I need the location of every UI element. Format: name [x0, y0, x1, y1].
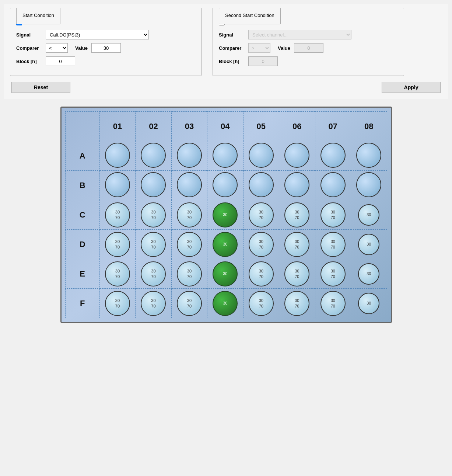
well-A01[interactable] — [99, 141, 135, 171]
comparer-label-2: Comparer — [219, 45, 248, 51]
well-A06[interactable] — [279, 141, 315, 171]
well-B04[interactable] — [207, 171, 243, 200]
well-B02[interactable] — [136, 171, 171, 200]
well-B06[interactable] — [279, 171, 315, 200]
row-C: C 3070 3070 3070 30 3070 3070 3070 30 — [65, 200, 387, 230]
well-C03[interactable]: 3070 — [171, 200, 207, 230]
well-B05[interactable] — [243, 171, 279, 200]
well-B07[interactable] — [315, 171, 351, 200]
signal-row-2: Signal Select channel... — [219, 30, 398, 39]
col-header-06: 06 — [279, 112, 315, 141]
col-header-07: 07 — [315, 112, 351, 141]
col-header-03: 03 — [171, 112, 207, 141]
well-D05[interactable]: 3070 — [243, 230, 279, 259]
well-C04[interactable]: 30 — [207, 200, 243, 230]
value-label-2: Value — [278, 45, 290, 51]
col-header-04: 04 — [207, 112, 243, 141]
well-E02[interactable]: 3070 — [136, 259, 171, 289]
well-E08[interactable]: 30 — [351, 259, 387, 289]
value-input-2 — [294, 43, 323, 53]
well-C01[interactable]: 3070 — [99, 200, 135, 230]
well-B01[interactable] — [99, 171, 135, 200]
well-D07[interactable]: 3070 — [315, 230, 351, 259]
col-header-02: 02 — [136, 112, 171, 141]
row-E: E 3070 3070 3070 30 3070 3070 3070 30 — [65, 259, 387, 289]
apply-button[interactable]: Apply — [382, 82, 441, 93]
block-input-1[interactable] — [46, 56, 75, 66]
block-input-2 — [248, 56, 278, 66]
well-D04[interactable]: 30 — [207, 230, 243, 259]
row-B: B — [65, 171, 387, 200]
well-F03[interactable]: 3070 — [171, 289, 207, 318]
row-F: F 3070 3070 3070 30 3070 3070 3070 30 — [65, 289, 387, 318]
well-E07[interactable]: 3070 — [315, 259, 351, 289]
well-E04[interactable]: 30 — [207, 259, 243, 289]
well-D06[interactable]: 3070 — [279, 230, 315, 259]
block-row-2: Block [h] — [219, 56, 398, 66]
well-F02[interactable]: 3070 — [136, 289, 171, 318]
well-E01[interactable]: 3070 — [99, 259, 135, 289]
well-C06[interactable]: 3070 — [279, 200, 315, 230]
row-header-B: B — [65, 171, 99, 200]
value-input-1[interactable] — [91, 43, 121, 53]
row-header-F: F — [65, 289, 99, 318]
well-C07[interactable]: 3070 — [315, 200, 351, 230]
row-header-E: E — [65, 259, 99, 289]
block-row-1: Block [h] — [16, 56, 195, 66]
well-B03[interactable] — [171, 171, 207, 200]
well-F06[interactable]: 3070 — [279, 289, 315, 318]
reset-button[interactable]: Reset — [11, 82, 70, 93]
block-label-1: Block [h] — [16, 59, 46, 64]
block-label-2: Block [h] — [219, 59, 248, 64]
row-header-A: A — [65, 141, 99, 171]
well-F05[interactable]: 3070 — [243, 289, 279, 318]
col-header-08: 08 — [351, 112, 387, 141]
row-D: D 3070 3070 3070 30 3070 3070 3070 30 — [65, 230, 387, 259]
well-A03[interactable] — [171, 141, 207, 171]
well-D08[interactable]: 30 — [351, 230, 387, 259]
conditions-row: Start Condition On/Off Signal Cali.DO(PS… — [10, 8, 442, 76]
well-B08[interactable] — [351, 171, 387, 200]
value-label-1: Value — [75, 45, 88, 51]
comparer-row-2: Comparer > < = Value — [219, 43, 398, 53]
signal-select-2: Select channel... — [248, 30, 351, 39]
well-plate-grid: 01 02 03 04 05 06 07 08 A B — [65, 111, 387, 318]
well-D02[interactable]: 3070 — [136, 230, 171, 259]
top-panel: Start Condition On/Off Signal Cali.DO(PS… — [4, 4, 448, 99]
comparer-label-1: Comparer — [16, 45, 46, 51]
well-F04[interactable]: 30 — [207, 289, 243, 318]
well-A04[interactable] — [207, 141, 243, 171]
well-F08[interactable]: 30 — [351, 289, 387, 318]
well-C02[interactable]: 3070 — [136, 200, 171, 230]
well-F01[interactable]: 3070 — [99, 289, 135, 318]
well-A02[interactable] — [136, 141, 171, 171]
well-E03[interactable]: 3070 — [171, 259, 207, 289]
signal-select-1[interactable]: Cali.DO(PSt3) — [46, 30, 149, 39]
second-start-condition-group: Second Start Condition On/Off Signal Sel… — [213, 8, 404, 76]
well-E06[interactable]: 3070 — [279, 259, 315, 289]
well-D03[interactable]: 3070 — [171, 230, 207, 259]
well-D01[interactable]: 3070 — [99, 230, 135, 259]
col-header-05: 05 — [243, 112, 279, 141]
well-E05[interactable]: 3070 — [243, 259, 279, 289]
buttons-row: Reset Apply — [10, 82, 442, 93]
signal-label-2: Signal — [219, 32, 248, 38]
well-F07[interactable]: 3070 — [315, 289, 351, 318]
grid-panel: 01 02 03 04 05 06 07 08 A B — [60, 107, 392, 323]
well-A08[interactable] — [351, 141, 387, 171]
comparer-row-1: Comparer < > = Value — [16, 43, 195, 53]
column-header-row: 01 02 03 04 05 06 07 08 — [65, 112, 387, 141]
comparer-select-1[interactable]: < > = — [46, 43, 68, 53]
start-condition-title: Start Condition — [16, 8, 60, 24]
row-header-D: D — [65, 230, 99, 259]
corner-cell — [65, 112, 99, 141]
row-header-C: C — [65, 200, 99, 230]
well-C05[interactable]: 3070 — [243, 200, 279, 230]
well-A07[interactable] — [315, 141, 351, 171]
second-start-condition-title: Second Start Condition — [219, 8, 281, 24]
comparer-select-2: > < = — [248, 43, 270, 53]
start-condition-group: Start Condition On/Off Signal Cali.DO(PS… — [10, 8, 202, 76]
well-C08[interactable]: 30 — [351, 200, 387, 230]
well-A05[interactable] — [243, 141, 279, 171]
row-A: A — [65, 141, 387, 171]
